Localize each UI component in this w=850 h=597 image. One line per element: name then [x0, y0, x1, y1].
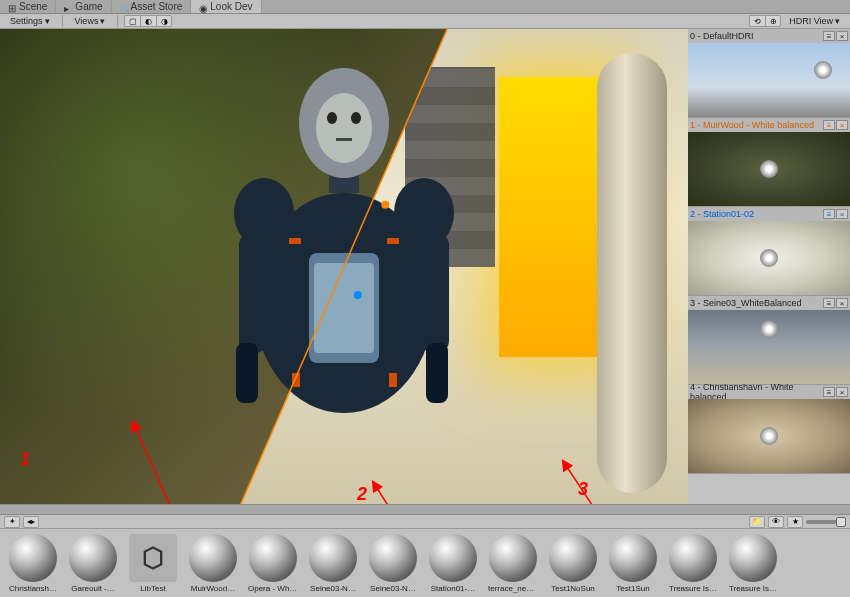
scene-icon: ⊞: [8, 3, 16, 11]
hdri-item-label: 3 - Seine03_WhiteBalanced: [690, 298, 802, 308]
asset-item[interactable]: Treasure Is…: [668, 534, 718, 593]
asset-item[interactable]: Gareoult -…: [68, 534, 118, 593]
asset-label: Seine03-N…: [308, 584, 358, 593]
asset-thumbnail: [9, 534, 57, 582]
asset-item[interactable]: MuirWood…: [188, 534, 238, 593]
hdri-item[interactable]: 3 - Seine03_WhiteBalanced≡×✦: [688, 296, 850, 385]
asset-item[interactable]: Test1NoSun: [548, 534, 598, 593]
thumbnail-size-slider[interactable]: [806, 520, 846, 524]
hdri-close-btn[interactable]: ×: [836, 31, 848, 41]
views-dropdown[interactable]: Views ▾: [69, 15, 112, 27]
asset-thumbnail: [609, 534, 657, 582]
asset-item[interactable]: LibTest: [128, 534, 178, 593]
tab-bar: ⊞Scene ▸Game 🛒Asset Store ◉Look Dev: [0, 0, 850, 14]
asset-item[interactable]: Christiansh…: [8, 534, 58, 593]
exposure-star-icon: ✦: [760, 160, 778, 178]
asset-thumbnail: [549, 534, 597, 582]
chevron-down-icon: ▾: [100, 16, 105, 26]
hdri-item-header: 1 - MuirWood - White balanced≡×: [688, 118, 850, 132]
create-btn[interactable]: ✦: [4, 516, 20, 528]
hidden-btn[interactable]: 👁: [768, 516, 784, 528]
svg-rect-14: [336, 138, 352, 141]
view-mode-group: ▢ ◐ ◑: [124, 15, 172, 27]
favorite-btn[interactable]: ★: [787, 516, 803, 528]
hdri-menu-btn[interactable]: ≡: [823, 298, 835, 308]
viewport[interactable]: 1 2 3: [0, 29, 688, 504]
svg-rect-5: [239, 233, 267, 353]
tab-label: Game: [75, 1, 102, 12]
filter-btn[interactable]: 📁: [749, 516, 765, 528]
hdri-thumbnail[interactable]: ✦: [688, 399, 850, 473]
svg-rect-6: [421, 233, 449, 353]
hdri-item[interactable]: 0 - DefaultHDRI≡×✦: [688, 29, 850, 118]
views-label: Views: [75, 16, 99, 26]
sync-btn-1[interactable]: ⟲: [749, 15, 765, 27]
asset-label: terrace_nea…: [488, 584, 538, 593]
asset-thumbnail: [309, 534, 357, 582]
exposure-star-icon: ✦: [760, 427, 778, 445]
asset-item[interactable]: Test1Sun: [608, 534, 658, 593]
asset-thumbnail: [249, 534, 297, 582]
hdri-menu-btn[interactable]: ≡: [823, 120, 835, 130]
view-mode-3[interactable]: ◑: [156, 15, 172, 27]
svg-rect-8: [426, 343, 448, 403]
asset-label: Christiansh…: [8, 584, 58, 593]
asset-item[interactable]: terrace_nea…: [488, 534, 538, 593]
tab-look-dev[interactable]: ◉Look Dev: [191, 0, 261, 13]
asset-thumbnail: [429, 534, 477, 582]
asset-thumbnail: [369, 534, 417, 582]
tab-label: Scene: [19, 1, 47, 12]
hdri-thumbnail[interactable]: ✦: [688, 221, 850, 295]
asset-thumbnail: [189, 534, 237, 582]
hdri-item[interactable]: 2 - Station01-02≡×✦: [688, 207, 850, 296]
model-preview: [194, 43, 494, 443]
asset-label: Test1NoSun: [548, 584, 598, 593]
settings-dropdown[interactable]: Settings ▾: [4, 15, 56, 27]
hdri-menu-btn[interactable]: ≡: [823, 387, 835, 397]
asset-strip: Christiansh…Gareoult -…LibTestMuirWood…O…: [0, 529, 850, 597]
view-mode-2[interactable]: ◐: [140, 15, 156, 27]
hdri-item-header: 0 - DefaultHDRI≡×: [688, 29, 850, 43]
tab-game[interactable]: ▸Game: [56, 0, 111, 13]
hdri-item-label: 0 - DefaultHDRI: [690, 31, 754, 41]
hdri-menu-btn[interactable]: ≡: [823, 31, 835, 41]
svg-point-12: [327, 112, 337, 124]
svg-point-13: [351, 112, 361, 124]
tab-asset-store[interactable]: 🛒Asset Store: [112, 0, 192, 13]
tab-scene[interactable]: ⊞Scene: [0, 0, 56, 13]
hdri-thumbnail[interactable]: ✦: [688, 310, 850, 384]
hdri-close-btn[interactable]: ×: [836, 120, 848, 130]
asset-label: Gareoult -…: [68, 584, 118, 593]
hdri-item-header: 2 - Station01-02≡×: [688, 207, 850, 221]
hdri-close-btn[interactable]: ×: [836, 387, 848, 397]
hdri-close-btn[interactable]: ×: [836, 209, 848, 219]
asset-label: MuirWood…: [188, 584, 238, 593]
hdri-thumbnail[interactable]: ✦: [688, 43, 850, 117]
asset-thumbnail: [129, 534, 177, 582]
exposure-star-icon: ✦: [760, 320, 778, 338]
hdri-view-dropdown[interactable]: HDRI View ▾: [783, 15, 846, 27]
hdri-item[interactable]: 4 - Christianshavn - White balanced≡×✦: [688, 385, 850, 474]
asset-item[interactable]: Seine03-N…: [368, 534, 418, 593]
separator: [117, 15, 118, 27]
view-mode-1[interactable]: ▢: [124, 15, 140, 27]
asset-thumbnail: [69, 534, 117, 582]
tab-label: Asset Store: [131, 1, 183, 12]
svg-rect-17: [292, 373, 300, 387]
nav-btn[interactable]: ◂▸: [23, 516, 39, 528]
asset-item[interactable]: Station01-…: [428, 534, 478, 593]
hdri-item[interactable]: 1 - MuirWood - White balanced≡×✦: [688, 118, 850, 207]
sync-btn-2[interactable]: ⊕: [765, 15, 781, 27]
hdri-menu-btn[interactable]: ≡: [823, 209, 835, 219]
asset-item[interactable]: Opera - Whi…: [248, 534, 298, 593]
svg-rect-15: [289, 238, 301, 244]
hdri-close-btn[interactable]: ×: [836, 298, 848, 308]
asset-item[interactable]: Seine03-N…: [308, 534, 358, 593]
asset-label: LibTest: [128, 584, 178, 593]
hdri-thumbnail[interactable]: ✦: [688, 132, 850, 206]
footer-bar: [0, 504, 850, 515]
svg-rect-2: [314, 263, 374, 353]
sync-group: ⟲ ⊕: [749, 15, 781, 27]
hdri-item-label: 1 - MuirWood - White balanced: [690, 120, 814, 130]
asset-item[interactable]: Treasure Is…: [728, 534, 778, 593]
